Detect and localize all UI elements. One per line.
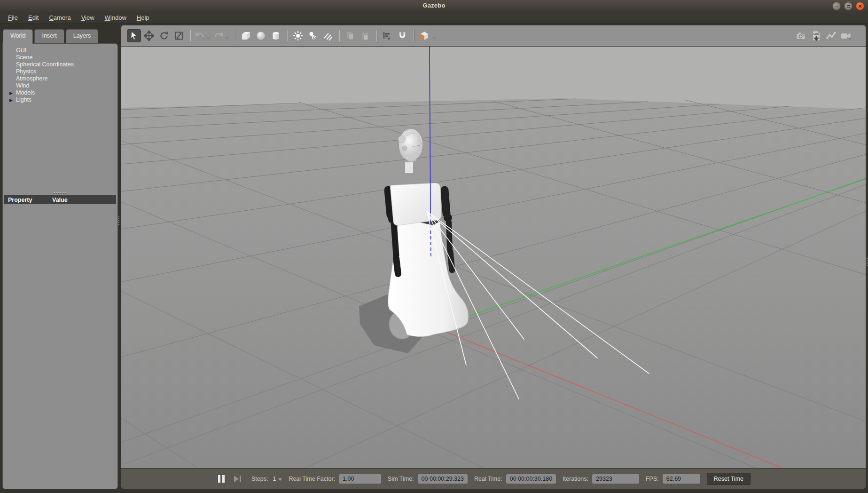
tree-item-gui[interactable]: GUI: [3, 47, 117, 54]
maximize-button[interactable]: [844, 2, 852, 10]
tree-item-spherical-coordinates[interactable]: Spherical Coordinates: [3, 61, 117, 68]
expand-arrow-icon[interactable]: ▶: [9, 97, 13, 104]
value-column-header: Value: [52, 197, 68, 203]
ground-plane: [121, 98, 866, 468]
box-icon: [240, 30, 251, 41]
render-viewport: LOG: [121, 25, 866, 468]
toolbar-separator: [414, 30, 414, 41]
select-tool-button[interactable]: [127, 29, 141, 42]
menu-camera[interactable]: Camera: [44, 13, 76, 23]
translate-icon: [144, 31, 154, 41]
directional-light-button[interactable]: [321, 29, 335, 42]
sphere-icon: [255, 30, 266, 41]
log-record-icon: LOG: [811, 30, 822, 41]
tree-item-wind[interactable]: Wind: [3, 82, 117, 89]
insert-sphere-button[interactable]: [254, 29, 268, 42]
redo-button[interactable]: [213, 29, 224, 42]
property-table-header: Property Value: [4, 195, 116, 204]
toolbar-separator: [287, 30, 288, 41]
close-button[interactable]: ✕: [856, 2, 864, 10]
step-icon: [234, 476, 239, 482]
redo-icon: [213, 31, 224, 41]
step-button[interactable]: [234, 476, 241, 482]
minimize-button[interactable]: –: [832, 2, 841, 10]
insert-box-button[interactable]: [239, 29, 253, 42]
tab-insert[interactable]: Insert: [34, 29, 64, 43]
copy-button[interactable]: [343, 29, 357, 42]
view-angle-caret-icon[interactable]: [432, 37, 436, 40]
panel-tabs: World Insert Layers: [3, 29, 100, 43]
toolbar-separator: [376, 30, 377, 41]
left-splitter-handle[interactable]: [118, 216, 120, 225]
align-button[interactable]: [380, 29, 394, 42]
tree-item-models[interactable]: ▶Models: [3, 89, 117, 96]
toolbar-separator: [235, 30, 235, 41]
paste-button[interactable]: [358, 29, 372, 42]
sim-time-label: Sim Time:: [388, 476, 414, 482]
world-tree-panel: GUI Scene Spherical Coordinates Physics …: [2, 43, 118, 489]
log-icon-label: LOG: [813, 32, 819, 35]
spot-light-icon: [308, 31, 318, 41]
fps-label: FPS:: [646, 476, 659, 482]
tree-item-physics[interactable]: Physics: [3, 68, 117, 75]
tab-world[interactable]: World: [3, 29, 33, 44]
scale-tool-button[interactable]: [172, 29, 186, 42]
align-icon: [382, 31, 392, 41]
pause-button[interactable]: [218, 475, 225, 483]
undo-history-caret-icon[interactable]: [206, 37, 210, 40]
robot-neck: [405, 162, 413, 173]
menubar: File Edit Camera View Window Help: [0, 12, 868, 24]
tree-item-lights[interactable]: ▶Lights: [3, 96, 117, 103]
tree-item-atmosphere[interactable]: Atmosphere: [3, 75, 117, 82]
real-time-label: Real Time:: [474, 476, 502, 482]
copy-icon: [345, 31, 355, 41]
spot-light-button[interactable]: [306, 29, 320, 42]
menu-file[interactable]: File: [3, 13, 23, 23]
expand-arrow-icon[interactable]: ▶: [9, 90, 13, 97]
video-record-button[interactable]: [839, 29, 853, 42]
toolbar-separator: [339, 30, 340, 41]
insert-cylinder-button[interactable]: [269, 29, 283, 42]
steps-caret-icon[interactable]: [278, 478, 282, 481]
rtf-label: Real Time Factor:: [289, 476, 335, 482]
pause-icon: [218, 475, 220, 483]
redo-history-caret-icon[interactable]: [225, 37, 229, 40]
tab-layers[interactable]: Layers: [66, 29, 99, 43]
menu-window[interactable]: Window: [100, 13, 132, 23]
video-record-icon: [840, 31, 852, 41]
render-canvas[interactable]: [121, 47, 866, 468]
menu-help[interactable]: Help: [132, 13, 155, 23]
gazebo-window: Gazebo – ✕ File Edit Camera View Window …: [0, 0, 868, 493]
titlebar[interactable]: Gazebo – ✕: [0, 0, 868, 12]
plot-button[interactable]: [824, 29, 838, 42]
right-splitter-handle[interactable]: [866, 258, 868, 266]
view-angle-button[interactable]: [417, 29, 431, 42]
steps-label: Steps:: [251, 476, 268, 482]
translate-tool-button[interactable]: [142, 29, 156, 42]
tree-item-scene[interactable]: Scene: [3, 54, 117, 61]
render-toolbar: LOG: [121, 25, 866, 47]
time-panel: Steps: 1 Real Time Factor: 1.00 Sim Time…: [121, 468, 866, 489]
steps-value[interactable]: 1: [273, 476, 276, 482]
robot-chest: [391, 183, 441, 225]
log-record-button[interactable]: LOG: [809, 29, 823, 42]
menu-view[interactable]: View: [76, 13, 100, 23]
menu-edit[interactable]: Edit: [23, 13, 44, 23]
rotate-tool-button[interactable]: [157, 29, 171, 42]
rtf-value: 1.00: [339, 474, 381, 484]
screenshot-icon: [796, 31, 807, 41]
iterations-label: Iterations:: [563, 476, 588, 482]
cylinder-icon: [270, 30, 282, 41]
directional-light-icon: [322, 31, 334, 41]
undo-button[interactable]: [194, 29, 205, 42]
point-light-icon: [293, 31, 303, 41]
panel-splitter-handle[interactable]: [3, 191, 117, 194]
reset-time-button[interactable]: Reset Time: [707, 473, 751, 485]
left-panel: World Insert Layers GUI Scene Spherical …: [2, 24, 118, 489]
real-time-value: 00 00:00:30.180: [506, 474, 556, 484]
snap-button[interactable]: [395, 29, 409, 42]
screenshot-button[interactable]: [794, 29, 808, 42]
point-light-button[interactable]: [291, 29, 305, 42]
snap-icon: [397, 31, 407, 41]
plot-icon: [826, 31, 837, 41]
